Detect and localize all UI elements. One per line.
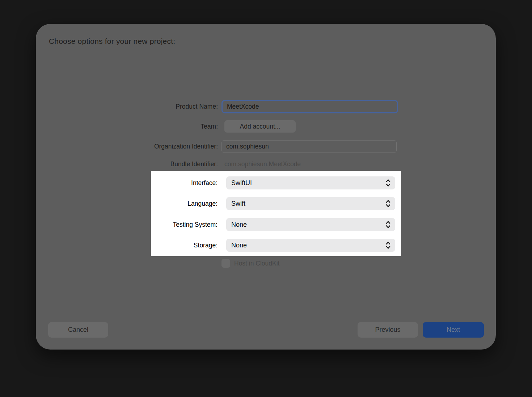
testing-system-value: None (231, 218, 247, 231)
language-popup[interactable]: Swift (226, 197, 395, 210)
team-label: Team: (36, 120, 218, 133)
testing-system-label: Testing System: (151, 218, 218, 231)
host-in-cloudkit-label: Host in CloudKit (234, 259, 279, 268)
cancel-button[interactable]: Cancel (48, 322, 108, 338)
previous-button[interactable]: Previous (358, 322, 418, 338)
dimmed-backdrop: Choose options for your new project: Pro… (0, 0, 532, 397)
storage-value: None (231, 239, 247, 252)
add-account-button[interactable]: Add account... (224, 120, 296, 133)
bundle-identifier-value: com.sophiesun.MeetXcode (224, 160, 301, 168)
new-project-options-dialog: Choose options for your new project: Pro… (36, 24, 496, 350)
spotlight-highlight-panel: Interface: SwiftUI Language: Swift (151, 171, 401, 256)
dialog-title: Choose options for your new project: (49, 37, 175, 46)
storage-popup[interactable]: None (226, 239, 395, 252)
next-button[interactable]: Next (423, 322, 484, 338)
language-label: Language: (151, 197, 218, 210)
organization-identifier-label: Organization Identifier: (36, 140, 218, 153)
product-name-input[interactable] (221, 100, 398, 113)
language-row: Language: Swift (151, 197, 401, 210)
testing-system-row: Testing System: None (151, 218, 401, 231)
interface-row: Interface: SwiftUI (151, 176, 401, 189)
storage-row: Storage: None (151, 239, 401, 252)
interface-value: SwiftUI (231, 176, 252, 189)
organization-identifier-input[interactable] (221, 140, 397, 153)
interface-label: Interface: (151, 176, 218, 189)
chevron-up-down-icon (385, 220, 391, 229)
chevron-up-down-icon (385, 179, 391, 187)
chevron-up-down-icon (385, 199, 391, 208)
bundle-identifier-label: Bundle Identifier: (36, 160, 218, 168)
storage-label: Storage: (151, 239, 218, 252)
testing-system-popup[interactable]: None (226, 218, 395, 231)
chevron-up-down-icon (385, 241, 391, 250)
host-in-cloudkit-checkbox (221, 259, 230, 268)
language-value: Swift (231, 197, 245, 210)
product-name-label: Product Name: (36, 100, 218, 113)
interface-popup[interactable]: SwiftUI (226, 176, 395, 189)
